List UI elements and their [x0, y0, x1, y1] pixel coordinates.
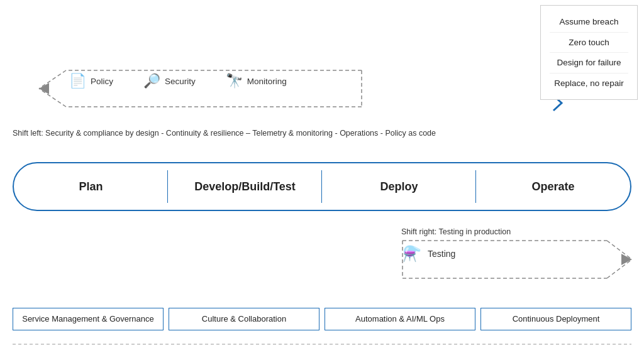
panel-item-design-for-failure: Design for failure [550, 53, 628, 73]
testing-flask-icon: ⚗️ [402, 245, 421, 263]
policy-icon-item: 📄 Policy [69, 74, 113, 88]
category-automation-aiml: Automation & AI/ML Ops [325, 308, 475, 330]
svg-marker-7 [39, 83, 49, 94]
svg-line-12 [607, 259, 632, 278]
monitoring-label: Monitoring [247, 77, 287, 86]
category-continuous-deployment: Continuous Deployment [480, 308, 631, 330]
svg-marker-13 [621, 254, 632, 265]
security-label: Security [165, 77, 196, 86]
shift-left-icons: 📄 Policy 🔎 Security 🔭 Monitoring [69, 74, 287, 88]
testing-section: ⚗️ Testing [402, 245, 455, 263]
svg-line-11 [607, 241, 632, 259]
monitoring-icon-item: 🔭 Monitoring [226, 74, 287, 88]
shift-right-label: Shift right: Testing in production [401, 227, 511, 236]
security-icon: 🔎 [143, 74, 160, 88]
testing-label: Testing [428, 249, 455, 259]
category-service-management: Service Management & Governance [13, 308, 164, 330]
monitoring-icon: 🔭 [226, 74, 243, 88]
pipeline-deploy: Deploy [322, 163, 476, 210]
categories-row: Service Management & Governance Culture … [13, 308, 631, 330]
panel-item-zero-touch: Zero touch [550, 33, 628, 53]
svg-line-5 [39, 70, 66, 89]
shift-left-description: Shift left: Security & compliance by des… [13, 129, 579, 138]
panel-item-assume-breach: Assume breach [550, 12, 628, 33]
policy-icon: 📄 [69, 74, 86, 88]
main-container: Assume breach Zero touch Design for fail… [0, 0, 644, 348]
svg-line-6 [39, 89, 66, 107]
security-icon-item: 🔎 Security [143, 74, 196, 88]
panel-item-replace-no-repair: Replace, no repair [550, 73, 628, 94]
security-panel: Assume breach Zero touch Design for fail… [540, 5, 638, 100]
pipeline-develop-build-test: Develop/Build/Test [168, 163, 322, 210]
pipeline-operate: Operate [476, 163, 630, 210]
category-culture-collaboration: Culture & Collaboration [169, 308, 319, 330]
pipeline-bar: Plan Develop/Build/Test Deploy Operate [13, 162, 631, 211]
pipeline-plan: Plan [14, 163, 168, 210]
policy-label: Policy [91, 77, 113, 86]
